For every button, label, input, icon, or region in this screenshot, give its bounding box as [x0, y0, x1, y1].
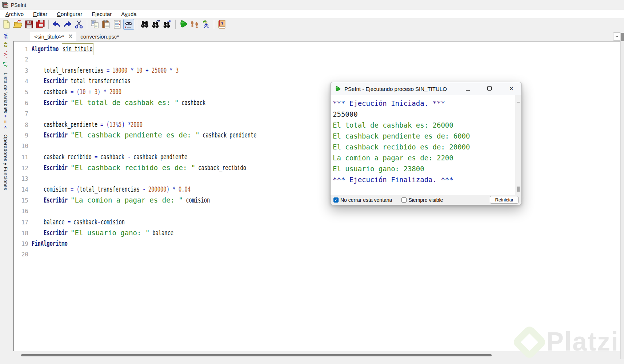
toolbar-separator — [48, 20, 49, 29]
code-token-op: + — [143, 65, 152, 76]
find-icon — [140, 20, 149, 29]
editor-tab[interactable]: conversion.psc* — [76, 32, 123, 41]
tab-close-icon[interactable]: X — [69, 33, 73, 39]
code-line[interactable]: 10 — [14, 141, 620, 152]
close-button[interactable]: × — [508, 86, 514, 92]
code-token-op: = ( — [71, 184, 80, 195]
execution-titlebar[interactable]: PSeInt - Ejecutando proceso SIN_TITULO × — [331, 82, 521, 95]
open-file-button[interactable] — [12, 19, 23, 30]
checkbox-no-cerrar-esta-ventana[interactable]: ✓ — [333, 197, 339, 203]
menu-ejecutar[interactable]: Ejecutar — [89, 11, 114, 17]
format-source-button[interactable] — [112, 19, 123, 30]
find-button[interactable] — [139, 19, 150, 30]
code-token-kw: FinAlgoritmo — [32, 238, 68, 249]
code-line[interactable]: 15 Escribir "La comion a pagar es de: " … — [14, 195, 620, 206]
sidebar-tab-operadores-y-funciones[interactable]: * + = < Operadores y Funciones — [3, 109, 8, 190]
help-button[interactable]: ? — [216, 19, 227, 30]
find-next-button[interactable] — [162, 19, 173, 30]
sidebar-tab-label: Lista de Variables — [3, 73, 8, 113]
line-number: 11 — [14, 152, 28, 163]
run-step-button[interactable] — [189, 19, 200, 30]
console-scrollbar[interactable] — [515, 95, 521, 195]
sidebar-glyph-icon: + — [3, 115, 8, 120]
menu-ayuda[interactable]: Ayuda — [119, 11, 139, 17]
copy-button[interactable] — [89, 19, 100, 30]
code-token-pl — [32, 76, 44, 87]
new-file-button[interactable] — [1, 19, 12, 30]
code-token-pl — [59, 44, 61, 55]
editor-tab[interactable]: <sin_titulo>*X — [30, 32, 76, 41]
code-token-st: "La comion a pagar es de: " — [71, 196, 183, 204]
code-editor[interactable]: 1Algoritmo sin_titulo23 total_transferen… — [13, 41, 620, 351]
line-number: 13 — [14, 173, 28, 184]
code-line[interactable]: 8 cashback_pendiente = (13%5) *2000 — [14, 119, 620, 130]
code-line[interactable]: 19FinAlgoritmo — [14, 238, 620, 249]
code-line[interactable]: 5 cashback = (10 + 3) * 2000 — [14, 87, 620, 97]
redo-button[interactable] — [62, 19, 73, 30]
menu-editar[interactable]: Editar — [31, 11, 49, 17]
code-line[interactable]: 6 Escribir "El total de cashbak es: " ca… — [14, 97, 620, 108]
run-button[interactable] — [178, 19, 189, 30]
code-line[interactable]: 3 total_transferencias = 18000 * 10 + 25… — [14, 65, 620, 76]
tab-list-chevron-button[interactable] — [613, 32, 621, 41]
draw-flowchart-button[interactable] — [200, 19, 211, 30]
editor-horizontal-scrollbar[interactable] — [14, 352, 620, 359]
save-button[interactable] — [24, 19, 35, 30]
code-line[interactable]: 12 Escribir "El cashback recibido es de:… — [14, 163, 620, 173]
code-line[interactable]: 18 Escribir "El usuario gano: " balance — [14, 228, 620, 239]
code-token-op: * — [128, 65, 137, 76]
code-line[interactable]: 17 balance = cashback-comision — [14, 217, 620, 228]
code-line[interactable]: 13 — [14, 173, 620, 184]
line-number: 5 — [14, 87, 28, 98]
restart-button[interactable]: Reiniciar — [490, 196, 519, 204]
code-token-op: = — [68, 217, 73, 228]
editor-vertical-scrollbar[interactable] — [620, 33, 624, 359]
console-output: *** Ejecución Iniciada. ***255000El tota… — [331, 95, 515, 195]
vertical-scroll-thumb[interactable] — [621, 33, 624, 41]
cut-button[interactable] — [73, 19, 84, 30]
code-token-st: "El cashback recibido es de: " — [71, 164, 195, 172]
code-token-pl — [32, 195, 44, 206]
code-line[interactable]: 16 — [14, 206, 620, 217]
window-title: PSeInt — [11, 2, 26, 8]
code-token-op: - — [128, 152, 133, 163]
code-line[interactable]: 14 comision = (total_transferencias - 20… — [14, 184, 620, 195]
console-scroll-thumb[interactable] — [517, 187, 520, 192]
code-line[interactable]: 11 casback_recibido = cashback - cashbac… — [14, 152, 620, 163]
sidebar-tab-label: Operadores y Funciones — [3, 135, 8, 190]
code-token-nu: 10 — [136, 65, 142, 76]
maximize-button[interactable] — [487, 86, 492, 92]
horizontal-scroll-thumb[interactable] — [21, 354, 492, 356]
undo-button[interactable] — [51, 19, 62, 30]
code-line[interactable]: 4 Escribir total_transferencias — [14, 76, 620, 87]
line-number: 9 — [14, 130, 28, 141]
find-previous-button[interactable] — [151, 19, 161, 30]
code-line[interactable]: 20 — [14, 249, 620, 260]
save-all-button[interactable] — [35, 19, 46, 30]
minimize-icon — [466, 85, 470, 92]
code-line[interactable]: 7 — [14, 108, 620, 119]
code-token-pl: cashback — [73, 217, 97, 228]
code-token-pl — [68, 195, 71, 206]
checkbox-siempre-visible[interactable] — [401, 197, 407, 203]
code-line[interactable]: 1Algoritmo sin_titulo — [14, 43, 620, 54]
run-icon — [179, 20, 188, 29]
code-token-pl: comision — [32, 184, 71, 195]
line-number: 16 — [14, 206, 28, 217]
code-line[interactable]: 2 — [14, 54, 620, 65]
paste-button[interactable] — [101, 19, 112, 30]
code-token-pl: cashback_pendiente — [32, 119, 100, 130]
code-token-op: ) * — [167, 184, 179, 195]
execution-window: PSeInt - Ejecutando proceso SIN_TITULO ×… — [330, 82, 522, 205]
minimize-button[interactable] — [465, 86, 471, 92]
line-number: 3 — [14, 65, 28, 76]
line-number: 4 — [14, 76, 28, 87]
code-token-nu: 2000 — [109, 87, 121, 97]
code-token-pl: balance — [32, 217, 68, 228]
menu-archivo[interactable]: Archivo — [3, 11, 26, 17]
highlight-current-button[interactable] — [123, 19, 134, 30]
menu-configurar[interactable]: Configurar — [55, 11, 84, 17]
sidebar-tab-lista-de-variables[interactable]: VF 42 'A' ¿? Lista de Variables — [3, 33, 8, 113]
code-line[interactable]: 9 Escribir "El cashback pendiente es de:… — [14, 130, 620, 141]
menubar: ArchivoEditarConfigurarEjecutarAyuda — [0, 10, 624, 18]
